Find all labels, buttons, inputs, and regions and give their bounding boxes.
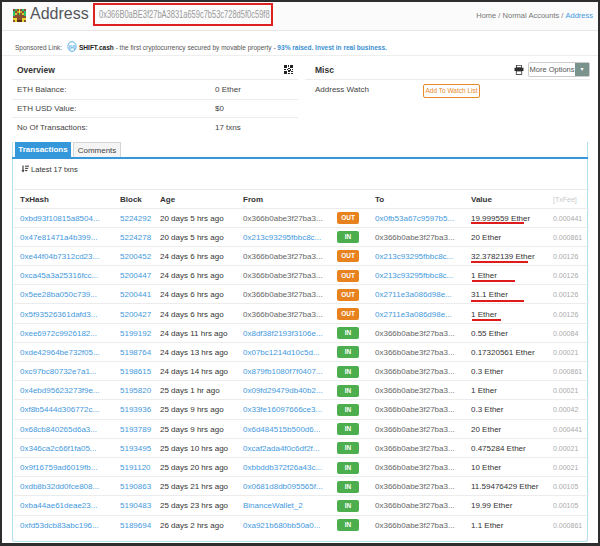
svg-text:(H): (H) [69,43,76,49]
